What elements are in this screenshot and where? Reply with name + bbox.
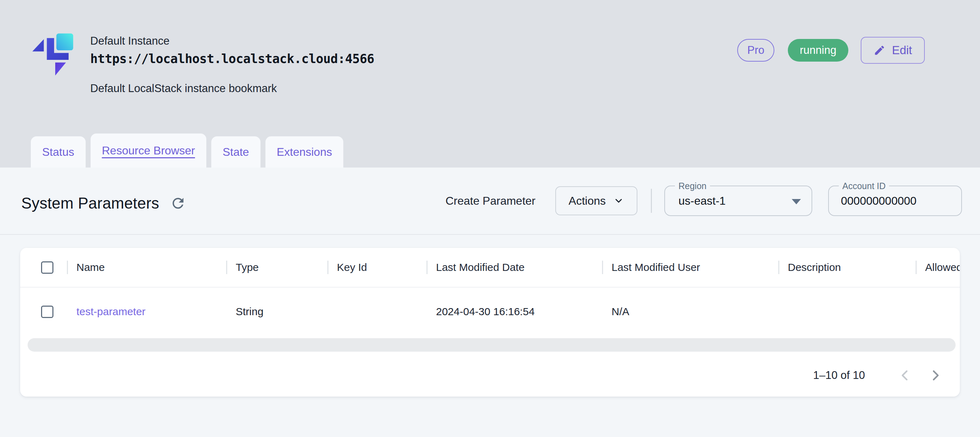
toolbar-divider [651, 189, 652, 213]
instance-header: Default Instance https://localhost.local… [0, 0, 980, 167]
pencil-icon [873, 44, 886, 56]
column-header-allowed[interactable]: Allowed [916, 262, 960, 273]
edit-button[interactable]: Edit [861, 37, 925, 64]
parameter-type: String [226, 306, 263, 317]
account-id-field-wrap: Account ID [828, 185, 962, 216]
parameter-last-modified-user: N/A [602, 306, 629, 317]
localstack-logo-icon [30, 32, 74, 78]
pro-plan-chip: Pro [737, 39, 774, 62]
tab-extensions[interactable]: Extensions [266, 136, 344, 167]
chevron-left-icon [896, 367, 913, 384]
actions-dropdown-button[interactable]: Actions [555, 186, 637, 215]
column-header-description[interactable]: Description [780, 262, 841, 273]
table-header-row: Name Type Key Id Last Modified Date Last… [20, 248, 960, 287]
table-row: test-parameter String 2024-04-30 16:16:5… [20, 287, 960, 336]
account-id-input[interactable] [829, 195, 946, 207]
tab-status-label: Status [42, 145, 74, 159]
create-parameter-button[interactable]: Create Parameter [445, 195, 536, 207]
dropdown-arrow-icon [792, 199, 801, 204]
column-header-key-id[interactable]: Key Id [328, 262, 367, 273]
instance-url: https://localhost.localstack.cloud:4566 [90, 52, 374, 66]
column-header-last-modified-date[interactable]: Last Modified Date [428, 262, 525, 273]
horizontal-scrollbar [20, 336, 960, 354]
tab-resource-browser-label: Resource Browser [102, 144, 195, 157]
actions-button-label: Actions [569, 195, 606, 207]
tab-extensions-label: Extensions [277, 145, 332, 159]
chevron-right-icon [927, 367, 944, 384]
parameter-name-link[interactable]: test-parameter [67, 306, 145, 317]
region-select[interactable]: Region us-east-1 [664, 185, 812, 216]
edit-button-label: Edit [892, 43, 912, 57]
next-page-button[interactable] [920, 360, 951, 391]
region-select-label: Region [675, 181, 710, 191]
instance-title: Default Instance [90, 35, 374, 48]
parameters-toolbar: System Parameters Create Parameter Actio… [0, 167, 980, 235]
select-all-checkbox[interactable] [41, 262, 53, 274]
tab-state[interactable]: State [211, 136, 261, 167]
parameters-table-card: Name Type Key Id Last Modified Date Last… [20, 248, 960, 397]
region-select-value: us-east-1 [665, 195, 725, 207]
tab-status[interactable]: Status [31, 136, 86, 167]
tab-state-label: State [223, 145, 249, 159]
previous-page-button[interactable] [889, 360, 920, 391]
row-checkbox[interactable] [41, 306, 53, 318]
page-title: System Parameters [21, 195, 159, 212]
column-header-name[interactable]: Name [68, 262, 105, 273]
column-header-type[interactable]: Type [227, 262, 259, 273]
instance-badges: Pro running Edit [737, 37, 925, 64]
instance-description: Default LocalStack instance bookmark [90, 82, 374, 95]
instance-tabs: Status Resource Browser State Extensions [31, 134, 343, 167]
horizontal-scrollbar-thumb[interactable] [28, 338, 956, 352]
parameter-last-modified-date: 2024-04-30 16:16:54 [426, 306, 535, 317]
tab-resource-browser[interactable]: Resource Browser [91, 134, 206, 167]
account-id-label: Account ID [839, 181, 889, 191]
refresh-icon[interactable] [170, 195, 186, 211]
column-header-last-modified-user[interactable]: Last Modified User [603, 262, 700, 273]
pagination-range: 1–10 of 10 [813, 369, 865, 382]
chevron-down-icon [613, 196, 624, 206]
resource-browser-panel: System Parameters Create Parameter Actio… [0, 167, 980, 437]
status-badge: running [788, 39, 848, 62]
table-pagination: 1–10 of 10 [20, 354, 960, 397]
